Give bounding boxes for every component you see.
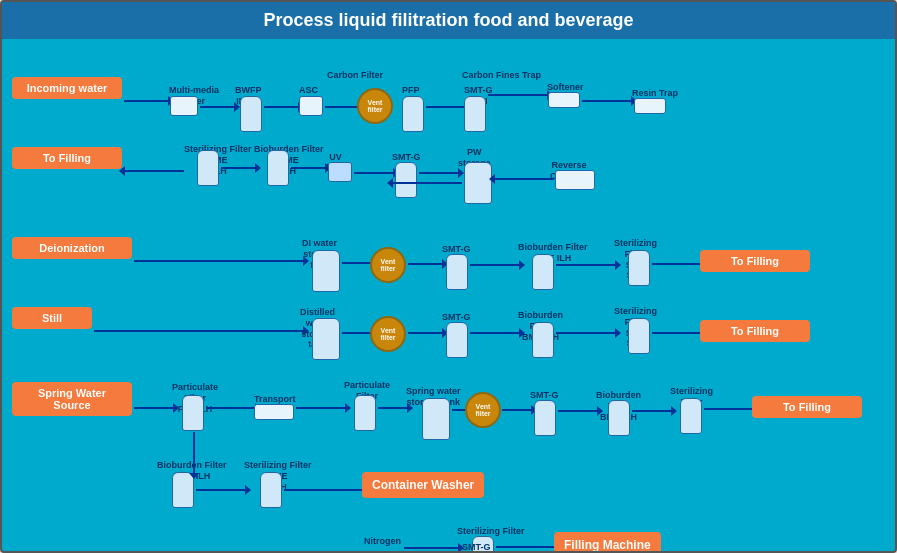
arrow-4 xyxy=(325,106,360,108)
arrow-16 xyxy=(342,262,372,264)
softener-icon xyxy=(548,92,580,108)
bwfp-vessel xyxy=(240,96,262,132)
di-water-vessel xyxy=(312,250,340,292)
pfp-ilh-vessel xyxy=(402,96,424,132)
title: Process liquid filitration food and beve… xyxy=(2,2,895,39)
incoming-water-label: Incoming water xyxy=(12,77,122,99)
arrow-3 xyxy=(264,106,299,108)
diagram-container: Process liquid filitration food and beve… xyxy=(0,0,897,553)
arrow-32 xyxy=(502,409,532,411)
arrow-11 xyxy=(354,172,394,174)
arrow-6 xyxy=(488,94,548,96)
arrow-14 xyxy=(494,178,554,180)
arrow-1 xyxy=(124,100,169,102)
arrow-23 xyxy=(408,332,443,334)
arrow-38 xyxy=(284,489,364,491)
arrow-2 xyxy=(200,106,235,108)
arrow-10 xyxy=(291,167,326,169)
sterilizing-filter-7-label: Sterilizing Filter xyxy=(457,526,525,537)
arrow-17 xyxy=(408,263,443,265)
arrow-28 xyxy=(206,407,256,409)
arrow-36 xyxy=(193,432,195,474)
sterilizing-filter-3-vessel xyxy=(628,250,650,286)
spring-water-label: Spring WaterSource xyxy=(12,382,132,416)
asc-ih-icon xyxy=(299,96,323,116)
bioburden-filter-5-vessel xyxy=(608,400,630,436)
arrow-37 xyxy=(196,489,246,491)
arrow-19 xyxy=(556,264,616,266)
vent-filter-3: Ventfilter xyxy=(370,316,406,352)
sterilizing-filter-5-vessel xyxy=(680,398,702,434)
bioburden-filter-1-vessel xyxy=(267,150,289,186)
arrow-24 xyxy=(470,332,520,334)
arrow-30 xyxy=(378,407,408,409)
arrow-39 xyxy=(404,547,459,549)
arrow-15 xyxy=(134,260,304,262)
arrow-7 xyxy=(582,100,632,102)
arrow-9 xyxy=(221,167,256,169)
reverse-osmosis-icon xyxy=(555,170,595,190)
sterilizing-filter-4-vessel xyxy=(628,318,650,354)
to-filling-3-label: To Filling xyxy=(700,320,810,342)
arrow-27 xyxy=(134,407,174,409)
smt-g-svh-3-vessel xyxy=(446,254,468,290)
smt-g-svh-2-vessel xyxy=(395,162,417,198)
deionization-label: Deionization xyxy=(12,237,132,259)
sterilizing-filter-1-vessel xyxy=(197,150,219,186)
filling-machine-label: Filling Machine xyxy=(554,532,661,553)
smt-g-svh-1-vessel xyxy=(464,96,486,132)
arrow-5 xyxy=(426,106,466,108)
arrow-33 xyxy=(558,410,598,412)
arrow-25 xyxy=(556,332,616,334)
carbon-fines-trap-label: Carbon Fines Trap xyxy=(462,70,541,81)
arrow-13 xyxy=(392,182,462,184)
carbon-filter-label: Carbon Filter xyxy=(327,70,383,81)
to-filling-1-label: To Filling xyxy=(12,147,122,169)
uv-light-icon xyxy=(328,162,352,182)
arrow-34 xyxy=(632,410,672,412)
arrow-20 xyxy=(652,263,702,265)
arrow-8 xyxy=(124,170,184,172)
vent-filter-1: Ventfilter xyxy=(357,88,393,124)
arrow-21 xyxy=(94,330,304,332)
bioburden-filter-4-vessel xyxy=(532,322,554,358)
to-filling-4-label: To Filling xyxy=(752,396,862,418)
smt-g-sgh-label: SMT-GSGH xyxy=(462,542,491,553)
particulate-filter-2-vessel xyxy=(354,395,376,431)
arrow-18 xyxy=(470,264,520,266)
to-filling-2-label: To Filling xyxy=(700,250,810,272)
arrow-35 xyxy=(704,408,754,410)
arrow-26 xyxy=(652,332,702,334)
arrow-12 xyxy=(419,172,459,174)
distilled-water-vessel xyxy=(312,318,340,360)
container-washer-label: Container Washer xyxy=(362,472,484,498)
arrow-22 xyxy=(342,332,372,334)
arrow-29 xyxy=(296,407,346,409)
nitrogen-label: Nitrogen xyxy=(364,536,401,547)
sterilizing-filter-6-vessel xyxy=(260,472,282,508)
transport-icon xyxy=(254,404,294,420)
multi-media-filter-icon xyxy=(170,96,198,116)
content-area: Incoming water Multi-mediaFilter BWFPILH… xyxy=(2,42,895,551)
smt-g-svh-4-vessel xyxy=(446,322,468,358)
pw-storage-vessel xyxy=(464,162,492,204)
spring-water-storage-vessel xyxy=(422,398,450,440)
bioburden-filter-3-vessel xyxy=(532,254,554,290)
still-label: Still xyxy=(12,307,92,329)
particulate-filter-1-vessel xyxy=(182,395,204,431)
smt-g-svh-5-vessel xyxy=(534,400,556,436)
vent-filter-2: Ventfilter xyxy=(370,247,406,283)
resin-trap-icon xyxy=(634,98,666,114)
vent-filter-4: Ventfilter xyxy=(465,392,501,428)
arrow-40 xyxy=(496,546,556,548)
